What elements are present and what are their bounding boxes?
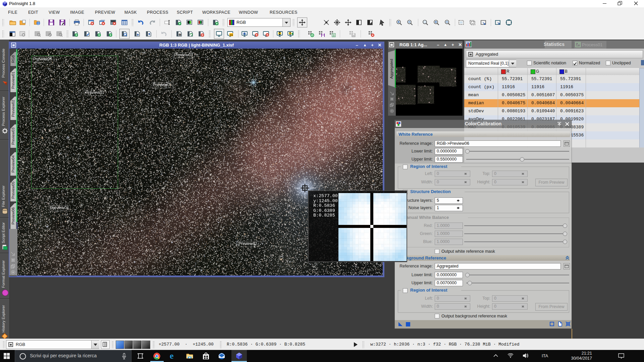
svg-text:24: 24 (230, 34, 233, 37)
